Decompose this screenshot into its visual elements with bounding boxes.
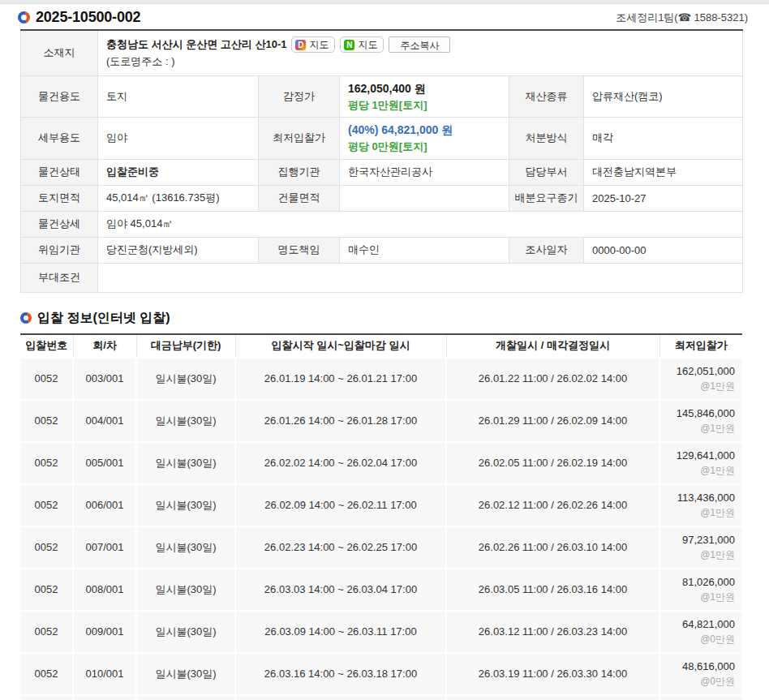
dept-label: 담당부서 <box>509 159 584 185</box>
min-price: 48,616,000 <box>664 659 735 675</box>
detail-usage-label: 세부용도 <box>21 117 98 159</box>
table-row: 물건상태 입찰준비중 집행기관 한국자산관리공사 담당부서 대전충남지역본부 <box>21 159 743 185</box>
appraisal-cell: 162,050,400 원 평당 1만원[토지] <box>340 75 509 117</box>
min-price-cell: 162,051,000 @1만원 <box>659 358 742 400</box>
payment: 일시불(30일) <box>136 484 235 526</box>
open-dates: 26.03.19 11:00 / 26.03.30 14:00 <box>446 653 659 695</box>
detail-value: 임야 45,014㎡ <box>98 211 743 237</box>
naver-map-label: 지도 <box>358 38 377 52</box>
table-row: 0052 003/001 일시불(30일) 26.01.19 14:00 ~ 2… <box>20 358 742 400</box>
swirl-bullet-icon <box>18 11 30 24</box>
delegator-label: 위임기관 <box>21 237 98 263</box>
bid-no: 0052 <box>20 653 73 695</box>
bid-period: 26.02.23 14:00 ~ 26.02.25 17:00 <box>235 526 446 569</box>
bid-no: 0052 <box>20 358 73 400</box>
open-dates: 26.01.22 11:00 / 26.02.02 14:00 <box>446 358 659 400</box>
price-unit: @1만원 <box>664 506 735 520</box>
address-line: 충청남도 서산시 운산면 고산리 산10-1 D 지도 N 지도 주소복사 <box>106 37 734 53</box>
min-bid-cell: (40%) 64,821,000 원 평당 0만원[토지] <box>340 117 509 159</box>
round: 009/001 <box>73 611 136 653</box>
open-dates: 26.02.05 11:00 / 26.02.19 14:00 <box>446 442 659 484</box>
price-unit: @1만원 <box>664 590 735 604</box>
dept-phone-text: 조세정리1팀(☎ 1588-5321) <box>616 11 748 25</box>
bid-period: 26.03.16 14:00 ~ 26.03.18 17:00 <box>235 653 446 695</box>
daum-map-button[interactable]: D 지도 <box>291 37 335 53</box>
daum-map-label: 지도 <box>309 38 329 52</box>
min-price: 162,051,000 <box>664 363 735 380</box>
payment: 일시불(30일) <box>136 611 235 653</box>
eviction-value: 매수인 <box>340 237 509 263</box>
swirl-bullet-icon <box>20 312 32 324</box>
building-area-value <box>340 185 509 211</box>
open-dates: 26.02.26 11:00 / 26.03.10 14:00 <box>446 526 659 569</box>
naver-logo-icon: N <box>344 40 354 50</box>
col-header-round: 회/차 <box>73 334 136 358</box>
payment: 일시불(30일) <box>136 400 235 442</box>
price-unit: @1만원 <box>664 464 735 478</box>
status-value: 입찰준비중 <box>98 159 259 185</box>
table-row: 0052 005/001 일시불(30일) 26.02.02 14:00 ~ 2… <box>20 442 742 484</box>
table-row-partial <box>20 695 742 700</box>
round: 005/001 <box>73 442 136 484</box>
round: 007/001 <box>73 526 136 569</box>
min-bid-value: (40%) 64,821,000 원 <box>348 121 500 139</box>
open-dates: 26.03.05 11:00 / 26.03.16 14:00 <box>446 569 659 611</box>
agency-label: 집행기관 <box>259 159 340 185</box>
delegator-value: 당진군청(지방세외) <box>98 237 259 263</box>
table-row: 소재지 충청남도 서산시 운산면 고산리 산10-1 D 지도 N 지도 주소복… <box>21 30 743 75</box>
dividend-deadline-value: 2025-10-27 <box>584 185 743 211</box>
min-price: 145,846,000 <box>664 406 735 422</box>
price-unit: @1만원 <box>664 380 735 393</box>
bid-period: 26.02.02 14:00 ~ 26.02.04 17:00 <box>235 442 446 484</box>
col-header-min-price: 최저입찰가 <box>659 334 742 358</box>
asset-type-value: 압류재산(캠코) <box>584 75 743 117</box>
bid-no: 0052 <box>20 484 73 526</box>
appraisal-label: 감정가 <box>259 75 340 117</box>
round: 003/001 <box>73 358 136 400</box>
building-area-label: 건물면적 <box>259 185 340 211</box>
conditions-value <box>98 263 743 292</box>
min-price-cell: 64,821,000 @0만원 <box>659 611 742 653</box>
payment: 일시불(30일) <box>136 442 235 484</box>
table-row: 0052 006/001 일시불(30일) 26.02.09 14:00 ~ 2… <box>20 484 742 526</box>
detail-label: 물건상세 <box>21 211 98 237</box>
min-bid-per-pyeong: 평당 0만원[토지] <box>348 139 500 155</box>
appraisal-value: 162,050,400 원 <box>348 79 500 97</box>
table-row: 위임기관 당진군청(지방세외) 명도책임 매수인 조사일자 0000-00-00 <box>21 237 743 263</box>
table-row: 토지면적 45,014㎡ (13616.735평) 건물면적 배분요구종기 20… <box>21 185 743 211</box>
usage-label: 물건용도 <box>21 75 98 117</box>
open-dates: 26.02.12 11:00 / 26.02.26 14:00 <box>446 484 659 526</box>
round: 004/001 <box>73 400 136 442</box>
status-label: 물건상태 <box>21 159 98 185</box>
copy-address-button[interactable]: 주소복사 <box>389 37 450 53</box>
property-detail-table: 소재지 충청남도 서산시 운산면 고산리 산10-1 D 지도 N 지도 주소복… <box>20 29 743 293</box>
min-price-cell: 48,616,000 @0만원 <box>659 653 742 695</box>
table-row: 물건상세 임야 45,014㎡ <box>21 211 743 237</box>
table-row: 0052 007/001 일시불(30일) 26.02.23 14:00 ~ 2… <box>20 526 742 569</box>
min-bid-label: 최저입찰가 <box>259 117 340 159</box>
bid-period: 26.03.09 14:00 ~ 26.03.11 17:00 <box>235 611 446 653</box>
min-price: 81,026,000 <box>664 574 735 590</box>
col-header-bid-period: 입찰시작 일시~입찰마감 일시 <box>235 334 446 358</box>
daum-logo-icon: D <box>295 40 306 50</box>
location-cell: 충청남도 서산시 운산면 고산리 산10-1 D 지도 N 지도 주소복사 (도… <box>98 30 743 75</box>
table-row: 부대조건 <box>21 263 743 292</box>
col-header-bid-no: 입찰번호 <box>20 334 73 358</box>
naver-map-button[interactable]: N 지도 <box>340 37 384 53</box>
asset-type-label: 재산종류 <box>509 75 584 117</box>
round: 006/001 <box>73 484 136 526</box>
min-price: 64,821,000 <box>664 616 735 633</box>
table-row: 0052 008/001 일시불(30일) 26.03.03 14:00 ~ 2… <box>20 569 742 611</box>
bid-no: 0052 <box>20 526 73 569</box>
case-number-title: 2025-10500-002 <box>36 9 140 26</box>
min-price: 129,641,000 <box>664 448 735 464</box>
land-area-label: 토지면적 <box>21 185 98 211</box>
price-unit: @0만원 <box>664 633 735 646</box>
appraisal-per-pyeong: 평당 1만원[토지] <box>348 97 500 114</box>
min-price: 97,231,000 <box>664 532 735 548</box>
detail-usage-value: 임야 <box>98 117 259 159</box>
price-unit: @1만원 <box>664 422 735 436</box>
min-price-cell: 113,436,000 @1만원 <box>659 484 742 526</box>
page-header: 2025-10500-002 조세정리1팀(☎ 1588-5321) <box>0 4 769 29</box>
min-price: 113,436,000 <box>664 490 735 506</box>
